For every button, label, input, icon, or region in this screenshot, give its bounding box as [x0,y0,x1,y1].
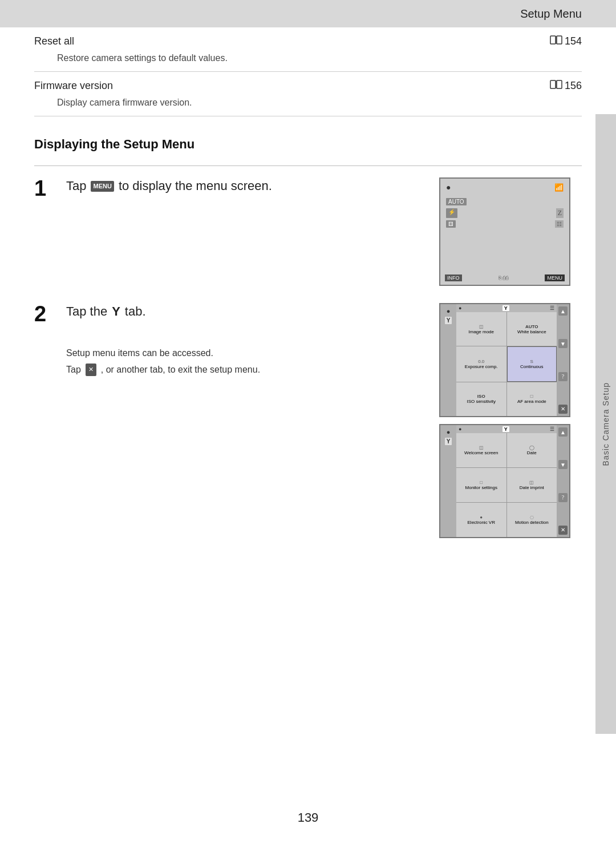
svg-rect-1 [557,36,562,44]
cell-date-imprint: ◫ Date imprint [507,468,557,502]
step-1-after: to display the menu screen. [119,177,272,195]
iso-label: ISO sensitivity [467,399,496,404]
sidebar-label: Basic Camera Setup [601,382,610,466]
monitor-icon: □ [480,480,483,485]
exp-icon: 0.0 [478,359,484,364]
row3-s1: ⚅ ☷ [440,219,569,229]
camera-tab-s2: ● [445,306,452,316]
welcome-icon: ◫ [479,445,484,450]
dots-s1: ⎘ ⎙⎙ [499,275,509,281]
book-icon-firmware [550,80,562,92]
x-btn-note: ✕ [86,364,96,376]
auto-label-s1: AUTO [446,198,467,205]
step-2-before: Tap the [66,303,107,321]
date-imprint-label: Date imprint [520,485,544,490]
up-btn-s3[interactable]: ▲ [558,427,568,437]
cell-welcome: ◫ Welcome screen [456,433,506,467]
up-btn-s2[interactable]: ▲ [558,306,568,316]
flash-label-s1: ⚡ [446,208,457,218]
main-content: Reset all 154 Restore camera settings to… [0,27,616,589]
grid-tab-lines-s3: ☰ [550,426,554,432]
cell-date: ◯ Date [507,433,557,467]
page-number: 139 [0,810,616,825]
firmware-label: Firmware version [34,80,113,92]
step-1-before: Tap [66,177,86,195]
grid-tab-cam-s2: ● [459,305,461,311]
down-btn-s3[interactable]: ▼ [558,460,568,469]
reset-desc: Restore camera settings to default value… [34,53,582,71]
page-title: Setup Menu [520,7,582,21]
img-icon: ◫ [479,324,484,329]
row2-s1: ⚡ Z [440,207,569,219]
grid-header-s2: ● Y ☰ [456,304,557,312]
vr-label: Electronic VR [468,520,495,525]
note-2: Tap ✕ , or another tab, to exit the setu… [66,362,428,378]
tab-strip-s3: ● Y [440,425,456,537]
camera-icon-s1: ● [446,183,451,192]
menu-button-icon: MENU [91,181,114,192]
grid-tab-y-s3: Y [502,426,509,432]
grid-cells-s3: ◫ Welcome screen ◯ Date □ Monitor settin… [456,433,557,537]
motion-label: Motion detection [515,520,549,525]
tab-strip-s2: ● Y [440,304,456,416]
step-1-text: Tap MENU to display the menu screen. [66,177,428,195]
cell-vr: ● Electronic VR [456,503,506,537]
date-imprint-icon: ◫ [529,480,534,485]
step-2-row: 2 Tap the Y tab. Setup menu items can be… [34,303,582,538]
grid-header-s3: ● Y ☰ [456,425,557,433]
auto-row-s1: AUTO [440,195,569,207]
welcome-label: Welcome screen [464,450,498,455]
y-tab-s2: Y [445,317,452,324]
cell-image-mode: ◫ Image mode [456,312,506,346]
motion-icon: ◌ [530,515,534,520]
reset-label: Reset all [34,35,74,47]
help-btn-s3[interactable]: ? [558,493,568,502]
help-btn-s2[interactable]: ? [558,372,568,381]
step-1-row: 1 Tap MENU to display the menu screen. ● [34,177,582,286]
firmware-ref: 156 [550,80,582,92]
section-title: Displaying the Setup Menu [34,137,582,152]
step-2-left: 2 Tap the Y tab. Setup menu items can be… [34,303,439,378]
z-icon-s1: Z [556,208,564,218]
y-tab-s3: Y [445,438,452,445]
step-2-number: 2 [34,303,55,325]
grid-tab-lines-s2: ☰ [550,305,554,311]
bottom-s1: INFO ⎘ ⎙⎙ MENU [445,274,565,281]
grid-tab-cam-s3: ● [459,426,461,432]
x-btn-s3[interactable]: ✕ [558,526,568,535]
continuous-label: Continuous [520,364,543,369]
grid-icon-s1: ☷ [555,220,564,228]
image-mode-label: Image mode [469,329,494,334]
firmware-row-header: Firmware version 156 [34,72,582,98]
menu-row-reset: Reset all 154 Restore camera settings to… [34,27,582,72]
reset-row-header: Reset all 154 [34,27,582,53]
info-btn-s1: INFO [445,274,462,281]
header-bar: Setup Menu [0,0,616,27]
exposure-label: Exposure comp. [465,364,498,369]
side-btns-s2: ▲ ▼ ? ✕ [557,304,569,416]
cell-exposure: 0.0 Exposure comp. [456,346,506,381]
svg-rect-3 [550,80,556,88]
camera-tab-s3: ● [445,427,452,437]
grid-cells-s2: ◫ Image mode AUTO White balance 0.0 Expo… [456,312,557,416]
clock-icon: ◯ [529,445,534,450]
firmware-desc: Display camera firmware version. [34,98,582,116]
cell-white-balance: AUTO White balance [507,312,557,346]
step-2: 2 Tap the Y tab. [34,303,428,325]
cell-af-area: □ AF area mode [507,382,557,416]
step-2-after: tab. [125,303,146,321]
down-btn-s2[interactable]: ▼ [558,339,568,348]
x-btn-s2[interactable]: ✕ [558,405,568,414]
grid-tab-y-s2: Y [502,305,509,311]
menu-row-firmware: Firmware version 156 Display camera firm… [34,72,582,116]
step-1: 1 Tap MENU to display the menu screen. [34,177,428,199]
monitor-label: Monitor settings [465,485,497,490]
auto-value: AUTO [525,324,538,329]
page: Setup Menu Basic Camera Setup Reset all [0,0,616,848]
note-1: Setup menu items can be accessed. [66,345,428,362]
grid-main-s3: ● Y ☰ ◫ Welcome screen [456,425,557,537]
step-notes: Setup menu items can be accessed. Tap ✕ … [66,345,428,378]
step-1-left: 1 Tap MENU to display the menu screen. [34,177,439,220]
menu-btn-s1: MENU [545,274,565,281]
camera-screen-1: ● 📶 AUTO ⚡ Z ⚅ ☷ INFO [439,177,570,286]
